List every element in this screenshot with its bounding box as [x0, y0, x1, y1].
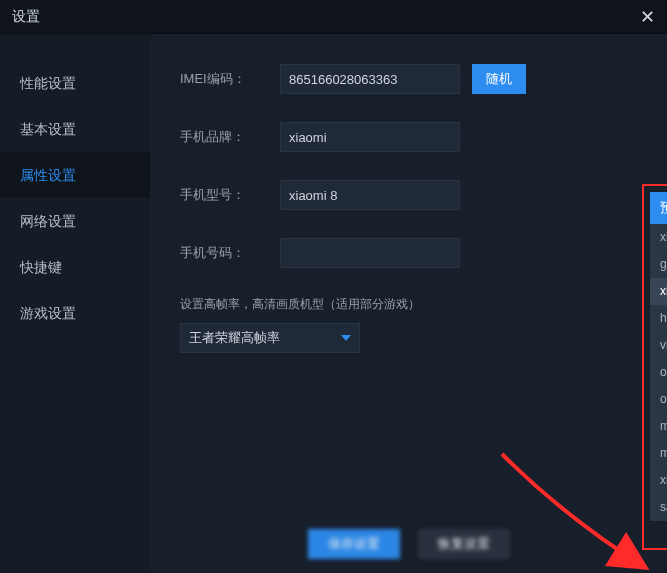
frame-select[interactable]: 王者荣耀高帧率 [180, 323, 360, 353]
phone-input[interactable] [280, 238, 460, 268]
brand-input[interactable] [280, 122, 460, 152]
preset-option[interactable]: vivo X9 Plus [650, 332, 667, 359]
model-label: 手机型号： [180, 186, 280, 204]
imei-input[interactable] [280, 64, 460, 94]
preset-option[interactable]: oppo R11 Plus [650, 359, 667, 386]
random-button[interactable]: 随机 [472, 64, 526, 94]
sidebar-item-game[interactable]: 游戏设置 [0, 290, 150, 336]
save-button[interactable]: 保存设置 [308, 529, 400, 559]
sidebar-item-property[interactable]: 属性设置 [0, 152, 150, 198]
sidebar-item-network[interactable]: 网络设置 [0, 198, 150, 244]
preset-option[interactable]: google Pixel 2 [650, 251, 667, 278]
window-title: 设置 [12, 8, 40, 26]
phone-label: 手机号码： [180, 244, 280, 262]
preset-option[interactable]: huawei Honor V9 [650, 305, 667, 332]
brand-label: 手机品牌： [180, 128, 280, 146]
row-imei: IMEI编码： 随机 [180, 64, 647, 94]
sidebar-item-performance[interactable]: 性能设置 [0, 60, 150, 106]
frame-note: 设置高帧率，高清画质机型（适用部分游戏） [180, 296, 647, 313]
preset-model-list: xiaomi 6google Pixel 2xiaomi 8huawei Hon… [650, 224, 667, 521]
model-input[interactable] [280, 180, 460, 210]
row-brand: 手机品牌： [180, 122, 647, 152]
preset-model-head-label: 预设机型 [660, 199, 667, 217]
preset-model-head[interactable]: 预设机型 [650, 192, 667, 224]
chevron-down-icon [341, 335, 351, 341]
preset-option[interactable]: oppo R17 Pro [650, 386, 667, 413]
restore-button[interactable]: 恢复设置 [418, 529, 510, 559]
sidebar: 性能设置 基本设置 属性设置 网络设置 快捷键 游戏设置 [0, 34, 150, 573]
imei-label: IMEI编码： [180, 70, 280, 88]
close-icon[interactable]: ✕ [640, 6, 655, 28]
preset-option[interactable]: xiaomi mix [650, 467, 667, 494]
settings-window: 设置 ✕ 性能设置 基本设置 属性设置 网络设置 快捷键 游戏设置 IMEI编码… [0, 0, 667, 573]
row-model: 手机型号： [180, 180, 647, 210]
sidebar-item-basic[interactable]: 基本设置 [0, 106, 150, 152]
titlebar: 设置 ✕ [0, 0, 667, 34]
preset-option[interactable]: meizu PRO 7 Plus [650, 413, 667, 440]
row-phone: 手机号码： [180, 238, 647, 268]
sidebar-item-shortcut[interactable]: 快捷键 [0, 244, 150, 290]
frame-select-value: 王者荣耀高帧率 [189, 329, 280, 347]
footer-buttons: 保存设置 恢复设置 [150, 529, 667, 559]
preset-model-dropdown: 预设机型 xiaomi 6google Pixel 2xiaomi 8huawe… [650, 192, 667, 521]
preset-option[interactable]: xiaomi 8 [650, 278, 667, 305]
preset-option[interactable]: samsung Galaxy S6 Ed [650, 494, 667, 521]
main-panel: IMEI编码： 随机 手机品牌： 手机型号： 手机号码： 设置高帧率，高清画质机… [150, 34, 667, 573]
preset-option[interactable]: meizu PRO 6 Plus [650, 440, 667, 467]
preset-option[interactable]: xiaomi 6 [650, 224, 667, 251]
